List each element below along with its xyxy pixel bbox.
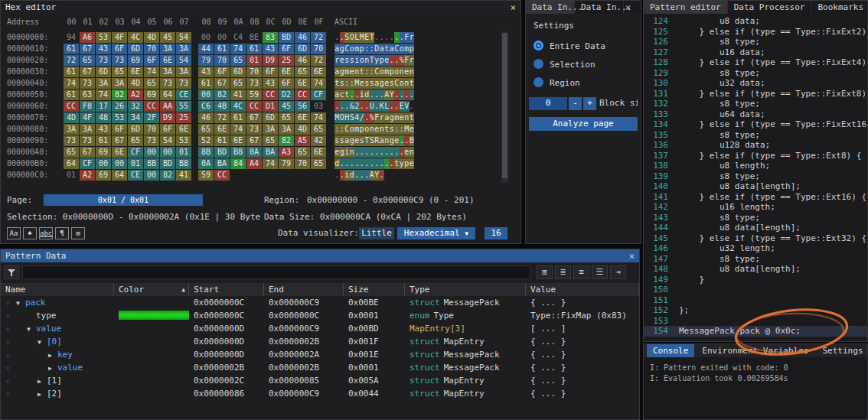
star-icon[interactable]: ☆ xyxy=(5,296,16,309)
hex-byte[interactable]: CF xyxy=(128,147,143,158)
hex-byte[interactable]: 65 xyxy=(311,158,326,169)
row-list-icon[interactable]: ☰ xyxy=(592,265,608,279)
hex-byte[interactable]: CF xyxy=(311,90,326,100)
radio-icon[interactable] xyxy=(534,59,543,69)
hex-byte[interactable]: A6 xyxy=(80,32,95,43)
hex-byte[interactable]: 6F xyxy=(263,67,278,77)
hex-byte[interactable]: 6E xyxy=(230,135,246,146)
hex-byte[interactable]: CC xyxy=(144,101,159,112)
hex-byte[interactable]: 01 xyxy=(176,147,191,158)
code-line[interactable]: 150 xyxy=(644,285,867,295)
hex-scrollbar-thumb[interactable] xyxy=(502,33,507,178)
hex-byte[interactable]: 94 xyxy=(64,32,79,43)
block-size-decrement-button[interactable]: - xyxy=(569,97,582,110)
star-icon[interactable]: ☆ xyxy=(5,309,16,322)
sort-ascending-icon[interactable]: ▲ xyxy=(181,283,185,296)
hex-byte[interactable]: 74 xyxy=(311,112,326,123)
code-line[interactable]: 137 } else if (type == Type::Ext8) { xyxy=(644,151,867,161)
close-icon[interactable]: × xyxy=(511,2,516,13)
hex-byte[interactable]: 74 xyxy=(263,158,278,169)
hex-byte[interactable]: 73 xyxy=(80,78,95,89)
hex-byte[interactable]: 65 xyxy=(295,147,310,158)
code-line[interactable]: 124 u8 data; xyxy=(644,16,867,27)
hex-byte[interactable]: 43 xyxy=(96,44,111,54)
hex-byte[interactable]: 32 xyxy=(128,101,143,112)
code-line[interactable]: 142 u16 length; xyxy=(644,202,867,213)
hex-byte[interactable]: 72 xyxy=(311,55,326,66)
hex-byte[interactable]: 43 xyxy=(198,67,214,77)
code-line[interactable]: 152}; xyxy=(644,305,867,316)
hex-byte[interactable]: 52 xyxy=(198,135,214,146)
ascii-char[interactable]: r xyxy=(410,55,415,66)
hex-byte[interactable]: BE xyxy=(246,32,262,43)
hex-byte[interactable]: 73 xyxy=(64,135,79,146)
endianness-button[interactable]: Little xyxy=(359,227,394,239)
pattern-code-editor[interactable]: 124 u8 data;125 } else if (type == Type:… xyxy=(644,16,867,337)
hex-byte[interactable]: 6E xyxy=(295,78,310,89)
hex-byte[interactable]: 01 xyxy=(64,170,79,181)
hex-byte[interactable]: 74 xyxy=(311,78,326,89)
hex-byte[interactable]: 3A xyxy=(96,78,111,89)
hex-byte[interactable]: 6F xyxy=(279,44,294,54)
hex-byte[interactable]: 67 xyxy=(112,135,127,146)
hex-byte[interactable]: 00 xyxy=(160,147,175,158)
column-header-end[interactable]: End xyxy=(264,283,344,296)
ascii-char[interactable]: r xyxy=(410,32,415,43)
hex-byte[interactable]: CC xyxy=(295,90,310,100)
hex-byte[interactable]: 69 xyxy=(144,90,159,100)
hex-byte[interactable]: 61 xyxy=(246,44,262,54)
column-header-value[interactable]: Value xyxy=(526,283,639,296)
radio-icon[interactable] xyxy=(534,77,543,87)
hex-byte[interactable]: 69 xyxy=(128,55,143,66)
hex-byte[interactable]: BD xyxy=(160,158,175,169)
hex-byte[interactable]: CC xyxy=(64,101,79,112)
hex-byte[interactable]: 82 xyxy=(279,135,294,146)
hex-byte[interactable]: 67 xyxy=(80,147,95,158)
hex-byte[interactable]: 4F xyxy=(80,112,95,123)
pattern-table-row[interactable]: ☆▶[1]0x0000002C0x000000850x005AstructMap… xyxy=(1,374,639,387)
hex-byte[interactable]: 74 xyxy=(96,90,111,100)
ascii-char[interactable]: p xyxy=(410,44,415,54)
hex-byte[interactable]: 61 xyxy=(230,112,246,123)
ascii-char[interactable]: . xyxy=(380,170,385,181)
hex-byte[interactable]: CF xyxy=(80,158,95,169)
hex-byte[interactable]: 8B xyxy=(144,158,159,169)
hex-byte[interactable]: 73 xyxy=(144,135,159,146)
close-icon[interactable]: × xyxy=(629,251,635,262)
hex-byte[interactable]: 65 xyxy=(311,124,326,135)
ascii-char[interactable]: n xyxy=(410,147,415,158)
hex-byte[interactable]: 70 xyxy=(144,44,159,54)
ascii-char[interactable]: . xyxy=(410,90,415,100)
hex-byte[interactable]: 70 xyxy=(246,67,262,77)
radio-row-region[interactable]: Region xyxy=(534,74,580,89)
hex-byte[interactable]: 6E xyxy=(279,67,294,77)
hex-byte[interactable]: 4D xyxy=(144,32,159,43)
hex-byte[interactable]: 00 xyxy=(144,147,159,158)
hex-byte[interactable]: 3A xyxy=(64,124,79,135)
code-line[interactable]: 139 s8 type; xyxy=(644,171,867,182)
hex-byte[interactable]: 69 xyxy=(96,170,111,181)
hex-byte[interactable]: 00 xyxy=(198,90,214,100)
pattern-table-row[interactable]: ☆▼value0x0000000D0x000000C90x00BDMapEntr… xyxy=(1,322,639,335)
ascii-char[interactable]: t xyxy=(410,112,415,123)
hex-byte[interactable]: 74 xyxy=(64,78,79,89)
code-line[interactable]: 128 } else if (type == Type::FixExt4) { xyxy=(644,57,867,68)
hex-byte[interactable]: 72 xyxy=(311,32,326,43)
star-icon[interactable]: ☆ xyxy=(5,361,16,374)
hex-byte[interactable]: 43 xyxy=(263,78,278,89)
hex-byte[interactable]: 00 xyxy=(198,32,214,43)
hex-byte[interactable]: BD xyxy=(279,32,294,43)
hex-byte[interactable]: 73 xyxy=(246,124,262,135)
hex-byte[interactable]: D9 xyxy=(263,55,278,66)
code-line[interactable]: 151 xyxy=(644,295,867,306)
hex-byte[interactable]: 70 xyxy=(144,124,159,135)
hex-byte[interactable]: 65 xyxy=(112,67,127,77)
star-icon[interactable]: ☆ xyxy=(5,322,16,335)
hex-byte[interactable]: 74 xyxy=(230,44,246,54)
tree-open-icon[interactable]: ▼ xyxy=(38,336,47,348)
hex-byte[interactable]: 61 xyxy=(96,135,111,146)
tree-closed-icon[interactable]: ▶ xyxy=(38,388,47,400)
hex-byte[interactable]: 6E xyxy=(311,67,326,77)
table-columns-icon[interactable]: ⊞ xyxy=(537,265,553,279)
ascii-char[interactable]: e xyxy=(410,124,415,135)
